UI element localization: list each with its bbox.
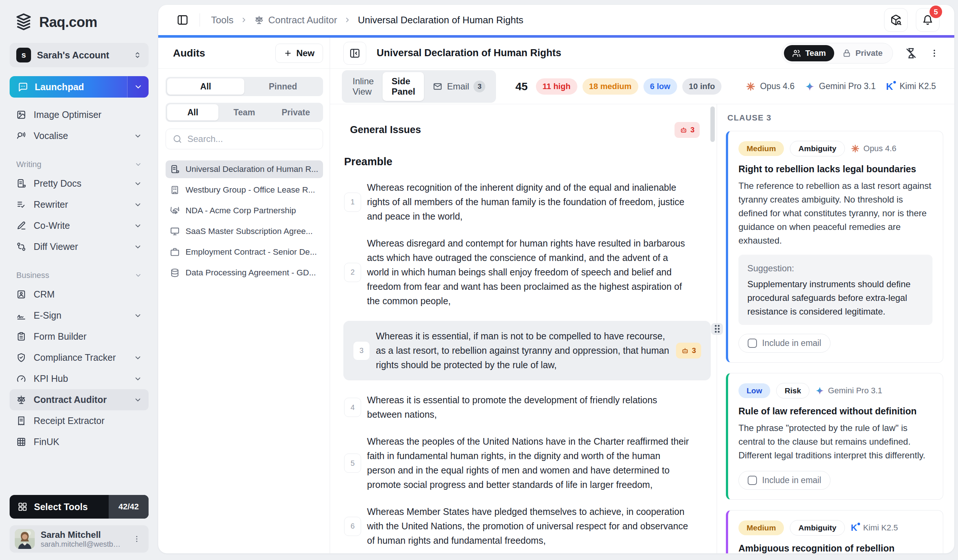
visibility-private-option[interactable]: Private <box>834 45 891 61</box>
tab-all[interactable]: All <box>167 78 244 95</box>
tab-side-panel[interactable]: Side Panel <box>382 72 424 101</box>
notifications-button[interactable]: 5 <box>916 8 939 32</box>
sidebar-item-label: Pretty Docs <box>33 178 81 189</box>
breadcrumb-current: Universal Declaration of Human Rights <box>358 14 523 26</box>
brand-name: Raq.com <box>39 14 97 30</box>
tab-inline-view[interactable]: Inline View <box>344 72 382 101</box>
general-issues-count-badge[interactable]: 3 <box>674 122 699 138</box>
scope-private[interactable]: Private <box>270 104 322 121</box>
briefcase-icon <box>170 247 179 257</box>
list-item-dpa-gdpr[interactable]: Data Processing Agreement - GD... <box>166 264 323 282</box>
launchpad-expand-button[interactable] <box>127 76 149 98</box>
launchpad-label: Launchpad <box>35 82 84 92</box>
chevron-down-icon <box>134 354 142 362</box>
brand-logo[interactable]: Raq.com <box>10 13 149 32</box>
clause-3-highlighted[interactable]: 3 Whereas it is essential, if man is not… <box>343 321 711 380</box>
sidebar-item-diff-viewer[interactable]: Diff Viewer <box>10 236 149 257</box>
tab-pinned[interactable]: Pinned <box>244 78 322 95</box>
hourglass-off-icon[interactable] <box>906 48 917 59</box>
collapse-panel-button[interactable] <box>343 42 366 65</box>
clause-1[interactable]: 1 Whereas recognition of the inherent di… <box>344 180 699 224</box>
list-item-nda-acme[interactable]: NDA - Acme Corp Partnership <box>166 202 323 220</box>
clause-6[interactable]: 6 Whereas Member States have pledged the… <box>344 504 699 548</box>
include-in-email-toggle[interactable]: Include in email <box>738 334 831 353</box>
sidebar-section-writing[interactable]: Writing <box>10 156 149 173</box>
sidebar-item-finuk[interactable]: FinUK <box>10 432 149 452</box>
breadcrumb-contract-auditor[interactable]: Contract Auditor <box>254 14 337 26</box>
search-field <box>166 128 323 149</box>
section-label-text: Business <box>16 271 49 280</box>
visibility-team-option[interactable]: Team <box>784 45 834 61</box>
sidebar-item-rewriter[interactable]: Rewriter <box>10 194 149 215</box>
user-email: sarah.mitchell@westbur... <box>41 540 124 549</box>
account-switcher[interactable]: s Sarah's Account <box>10 43 149 67</box>
tab-email[interactable]: Email 3 <box>424 76 494 97</box>
sidebar-item-form-builder[interactable]: Form Builder <box>10 326 149 347</box>
sidebar-item-label: Co-Write <box>33 220 70 231</box>
severity-badge: Low <box>738 383 770 398</box>
claude-asterisk-icon <box>746 82 755 91</box>
list-item-label: SaaS Master Subscription Agree... <box>186 227 312 236</box>
list-item-westbury-lease[interactable]: Westbury Group - Office Lease R... <box>166 181 323 199</box>
finding-card-rule-of-law[interactable]: Low Risk Gemini Pro 3.1 Rule of law refe… <box>726 373 943 500</box>
more-vertical-icon[interactable] <box>929 48 939 59</box>
clause-5[interactable]: 5 Whereas the peoples of the United Nati… <box>344 434 699 492</box>
sidebar-item-kpi-hub[interactable]: KPI Hub <box>10 368 149 389</box>
panel-left-toggle-icon[interactable] <box>177 14 189 26</box>
sidebar-item-compliance-tracker[interactable]: Compliance Tracker <box>10 347 149 368</box>
clause-2[interactable]: 2 Whereas disregard and contempt for hum… <box>344 236 699 308</box>
sidebar-item-crm[interactable]: CRM <box>10 284 149 305</box>
sidebar-item-image-optimiser[interactable]: Image Optimiser <box>10 104 149 125</box>
search-input[interactable] <box>187 134 316 144</box>
scales-icon <box>254 15 264 25</box>
clause-4[interactable]: 4 Whereas it is essential to promote the… <box>344 393 699 422</box>
scope-team[interactable]: Team <box>219 104 270 121</box>
sidebar-section-business[interactable]: Business <box>10 267 149 284</box>
sidebar-item-label: E-Sign <box>33 310 61 321</box>
vertical-scrollbar[interactable] <box>711 106 715 142</box>
user-profile[interactable]: Sarah Mitchell sarah.mitchell@westbur... <box>10 525 149 553</box>
sidebar-item-label: KPI Hub <box>33 373 68 384</box>
model-chip-gemini[interactable]: Gemini Pro 3.1 <box>805 81 876 91</box>
model-chip-opus[interactable]: Opus 4.6 <box>746 81 794 91</box>
plus-icon <box>284 49 292 57</box>
sidebar-item-e-sign[interactable]: E-Sign <box>10 305 149 326</box>
finding-card-rebellion-boundaries[interactable]: Medium Ambiguity Opus 4.6 Right to rebel… <box>726 131 943 363</box>
kimi-icon: K <box>886 82 893 91</box>
scope-all[interactable]: All <box>167 104 219 121</box>
chevron-down-icon <box>135 272 142 279</box>
select-tools-label: Select Tools <box>34 501 87 512</box>
low-findings-badge[interactable]: 6 low <box>644 78 677 95</box>
new-audit-button[interactable]: New <box>275 44 323 63</box>
sidebar-item-vocalise[interactable]: Vocalise <box>10 125 149 146</box>
breadcrumb-tools[interactable]: Tools <box>211 14 233 26</box>
medium-findings-badge[interactable]: 18 medium <box>582 78 638 95</box>
more-vertical-icon[interactable] <box>130 532 143 546</box>
list-item-saas-agreement[interactable]: SaaS Master Subscription Agree... <box>166 222 323 240</box>
sidebar-item-pretty-docs[interactable]: Pretty Docs <box>10 173 149 194</box>
package-search-button[interactable] <box>884 8 908 32</box>
include-in-email-toggle[interactable]: Include in email <box>738 471 831 490</box>
clause-findings-badge[interactable]: 3 <box>676 343 701 359</box>
notification-count-badge: 5 <box>929 6 942 18</box>
list-item-employment-contract[interactable]: Employment Contract - Senior De... <box>166 243 323 261</box>
info-findings-badge[interactable]: 10 info <box>682 78 722 95</box>
finding-title: Right to rebellion lacks legal boundarie… <box>738 164 933 175</box>
sidebar-item-receipt-extractor[interactable]: Receipt Extractor <box>10 410 149 432</box>
account-avatar: s <box>16 48 31 62</box>
sidebar-nav: Image Optimiser Vocalise Writing Pretty … <box>10 104 149 490</box>
sidebar-item-contract-auditor[interactable]: Contract Auditor <box>10 389 149 410</box>
high-findings-badge[interactable]: 11 high <box>536 78 577 95</box>
model-chip-kimi[interactable]: K Kimi K2.5 <box>886 81 936 91</box>
building-icon <box>170 185 179 195</box>
panel-resize-handle[interactable] <box>711 323 723 335</box>
contact-icon <box>16 289 26 300</box>
select-tools-button[interactable]: Select Tools 42/42 <box>10 495 149 519</box>
view-switcher: Inline View Side Panel Email 3 <box>342 70 496 103</box>
finding-card-ambiguous-recognition[interactable]: Medium Ambiguity K Kimi K2.5 Ambiguous r… <box>726 510 943 553</box>
chevron-right-icon <box>344 16 351 24</box>
list-item-udhr[interactable]: Universal Declaration of Human R... <box>166 160 323 178</box>
category-badge: Ambiguity <box>790 520 845 536</box>
sidebar-item-co-write[interactable]: Co-Write <box>10 215 149 236</box>
launchpad-button[interactable]: Launchpad <box>10 76 149 98</box>
